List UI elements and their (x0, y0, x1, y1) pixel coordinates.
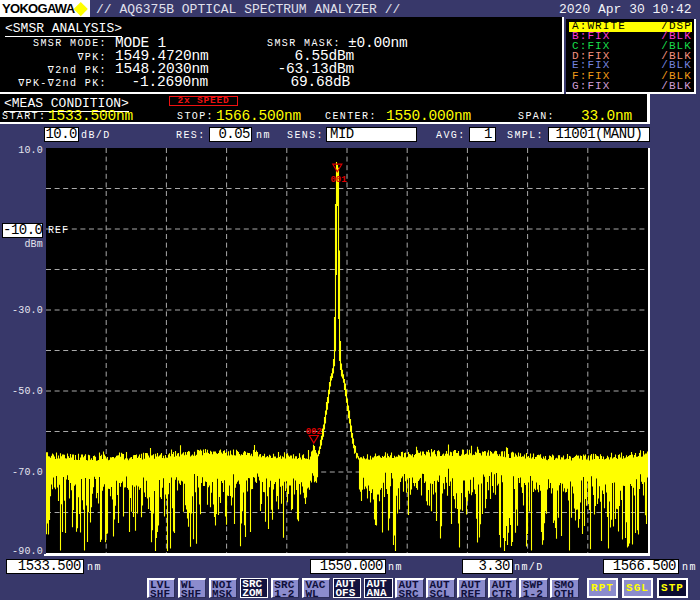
svg-text:002: 002 (306, 427, 322, 437)
svg-text:001: 001 (330, 175, 347, 185)
